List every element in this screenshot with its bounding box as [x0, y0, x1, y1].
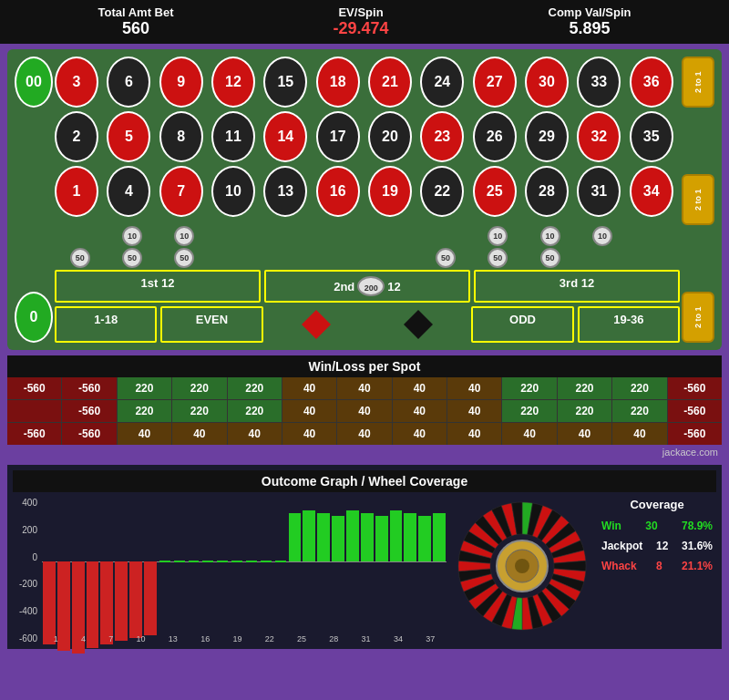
comp-val-value: 5.895	[549, 19, 631, 38]
bar-11	[200, 498, 215, 625]
first-dozen[interactable]: 1st 12	[55, 270, 261, 303]
coverage-jackpot-row: Jackpot 12 31.6%	[598, 537, 716, 555]
num-cell-34[interactable]: 34	[630, 166, 673, 217]
bar-5	[114, 498, 128, 625]
num-cell-21[interactable]: 21	[368, 57, 412, 108]
num-cell-20[interactable]: 20	[368, 111, 412, 162]
bar-1	[56, 498, 71, 625]
svg-marker-1	[404, 310, 433, 339]
wl-cell-r2-c6: 40	[337, 423, 391, 445]
bar-15	[259, 498, 273, 625]
num-cell-31[interactable]: 31	[577, 166, 621, 217]
ev-spin-value: -29.474	[333, 19, 388, 38]
bet-odd[interactable]: ODD	[471, 306, 573, 343]
bar-20	[331, 498, 345, 625]
bet-19-36[interactable]: 19-36	[578, 306, 680, 343]
wl-cell-r1-c5: 40	[282, 400, 336, 422]
num-cell-6[interactable]: 6	[107, 57, 150, 108]
third-dozen[interactable]: 3rd 12	[474, 270, 680, 303]
tto-bot[interactable]: 2 to 1	[682, 292, 714, 343]
bar-18	[302, 498, 316, 625]
wl-cell-r1-c4: 220	[228, 400, 282, 422]
num-cell-35[interactable]: 35	[630, 111, 673, 162]
num-cell-14[interactable]: 14	[263, 111, 307, 162]
bar-0	[42, 498, 56, 625]
bar-25	[403, 498, 417, 625]
num-cell-11[interactable]: 11	[211, 111, 255, 162]
zero[interactable]: 0	[15, 292, 53, 343]
wl-cell-r1-c8: 40	[447, 400, 501, 422]
jackace-credit: jackace.com	[7, 445, 722, 459]
second-dozen[interactable]: 2nd20012	[264, 270, 470, 303]
bar-23	[375, 498, 389, 625]
wl-cell-r2-c4: 40	[228, 423, 282, 445]
bar-9	[172, 498, 187, 625]
num-cell-33[interactable]: 33	[577, 57, 621, 108]
num-cell-19[interactable]: 19	[368, 166, 412, 217]
wl-cell-r1-c6: 40	[337, 400, 391, 422]
num-cell-29[interactable]: 29	[525, 111, 569, 162]
bet-black-diamond[interactable]	[369, 306, 467, 343]
tto-mid[interactable]: 2 to 1	[682, 174, 714, 225]
num-cell-10[interactable]: 10	[211, 166, 255, 217]
num-cell-25[interactable]: 25	[473, 166, 517, 217]
wl-cell-r1-c3: 220	[172, 400, 226, 422]
wl-cell-r0-c4: 220	[228, 377, 282, 399]
wl-cell-r0-c3: 220	[172, 377, 226, 399]
x-axis-labels: 1 4 7 10 13 16 19 22 25 28 31 34 37	[42, 634, 447, 643]
num-cell-16[interactable]: 16	[316, 166, 360, 217]
num-cell-36[interactable]: 36	[630, 57, 673, 108]
num-cell-30[interactable]: 30	[525, 57, 569, 108]
ev-spin-label: EV/Spin	[333, 5, 388, 19]
num-cell-32[interactable]: 32	[577, 111, 621, 162]
num-cell-9[interactable]: 9	[159, 57, 203, 108]
numbers-grid: 3691215182124273033362581114172023262932…	[55, 57, 680, 219]
wl-cell-r0-c2: 220	[118, 377, 171, 399]
wl-cell-r0-c1: -560	[62, 377, 116, 399]
num-cell-23[interactable]: 23	[420, 111, 464, 162]
wl-cell-r2-c1: -560	[62, 423, 116, 445]
bar-21	[345, 498, 360, 625]
num-cell-13[interactable]: 13	[263, 166, 307, 217]
num-cell-5[interactable]: 5	[107, 111, 150, 162]
wl-cell-r2-c0: -560	[7, 423, 61, 445]
bar-22	[360, 498, 375, 625]
num-cell-18[interactable]: 18	[316, 57, 360, 108]
outcome-section: Outcome Graph / Wheel Coverage 400 200 0…	[7, 465, 722, 649]
double-zero[interactable]: 00	[15, 57, 53, 108]
dozens-chip-row: 50 50 50 50 50 50	[55, 248, 680, 268]
bar-7	[143, 498, 158, 625]
num-cell-22[interactable]: 22	[420, 166, 464, 217]
num-cell-26[interactable]: 26	[473, 111, 517, 162]
num-cell-27[interactable]: 27	[473, 57, 517, 108]
num-cell-15[interactable]: 15	[263, 57, 307, 108]
num-cell-28[interactable]: 28	[525, 166, 569, 217]
tto-top[interactable]: 2 to 1	[682, 57, 714, 108]
num-cell-12[interactable]: 12	[211, 57, 255, 108]
ev-spin-stat: EV/Spin -29.474	[333, 5, 388, 38]
num-cell-8[interactable]: 8	[159, 111, 203, 162]
num-cell-24[interactable]: 24	[420, 57, 464, 108]
graph-area: 400 200 0 -200 -400 -600 1 4 7 10 13 16 …	[13, 498, 447, 643]
wl-cell-r1-c11: 220	[612, 400, 666, 422]
wl-cell-r1-c2: 220	[118, 400, 171, 422]
num-cell-17[interactable]: 17	[316, 111, 360, 162]
bars-container	[42, 498, 447, 625]
bet-1-18[interactable]: 1-18	[55, 306, 157, 343]
bet-even[interactable]: EVEN	[160, 306, 262, 343]
num-cell-7[interactable]: 7	[159, 166, 203, 217]
bar-2	[71, 498, 86, 625]
bar-14	[244, 498, 259, 625]
wl-cell-r2-c5: 40	[282, 423, 336, 445]
coverage-whack-row: Whack 8 21.1%	[598, 557, 716, 575]
num-cell-4[interactable]: 4	[107, 166, 150, 217]
wheel-area	[454, 498, 590, 634]
num-cell-1[interactable]: 1	[55, 166, 98, 217]
num-cell-3[interactable]: 3	[55, 57, 98, 108]
num-cell-2[interactable]: 2	[55, 111, 98, 162]
bar-8	[158, 498, 172, 625]
bet-red-diamond[interactable]	[267, 306, 365, 343]
wheel-svg	[454, 498, 590, 634]
wl-cell-r0-c6: 40	[337, 377, 391, 399]
bets-row: 1-18 EVEN ODD 19-36	[55, 306, 680, 343]
